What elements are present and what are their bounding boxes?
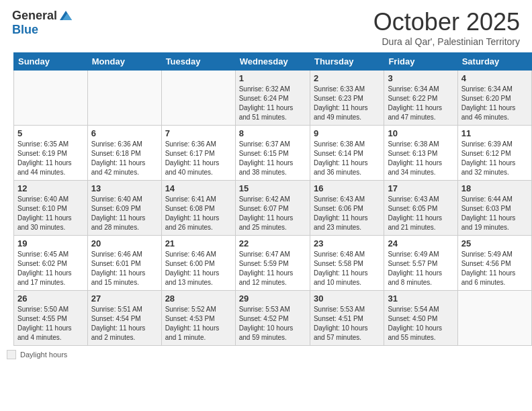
day-cell: 4Sunrise: 6:34 AM Sunset: 6:20 PM Daylig… — [457, 71, 531, 126]
day-info: Sunrise: 6:37 AM Sunset: 6:15 PM Dayligh… — [239, 140, 306, 177]
legend-label: Daylight hours — [20, 351, 67, 359]
day-cell: 22Sunrise: 6:47 AM Sunset: 5:59 PM Dayli… — [235, 236, 310, 291]
day-number: 14 — [165, 183, 232, 193]
day-cell: 17Sunrise: 6:43 AM Sunset: 6:05 PM Dayli… — [384, 181, 457, 236]
day-number: 16 — [314, 183, 380, 193]
day-info: Sunrise: 6:38 AM Sunset: 6:13 PM Dayligh… — [388, 140, 453, 177]
day-number: 21 — [165, 238, 232, 248]
day-cell: 5Sunrise: 6:35 AM Sunset: 6:19 PM Daylig… — [14, 126, 88, 181]
logo: General Blue — [12, 8, 73, 37]
day-number: 8 — [239, 128, 306, 138]
day-info: Sunrise: 6:43 AM Sunset: 6:05 PM Dayligh… — [388, 195, 453, 232]
day-info: Sunrise: 6:33 AM Sunset: 6:23 PM Dayligh… — [314, 85, 380, 122]
day-info: Sunrise: 5:51 AM Sunset: 4:54 PM Dayligh… — [91, 305, 158, 342]
day-cell: 14Sunrise: 6:41 AM Sunset: 6:08 PM Dayli… — [161, 181, 235, 236]
day-cell: 1Sunrise: 6:32 AM Sunset: 6:24 PM Daylig… — [235, 71, 310, 126]
day-number: 22 — [239, 238, 306, 248]
day-info: Sunrise: 6:42 AM Sunset: 6:07 PM Dayligh… — [239, 195, 306, 232]
day-cell: 8Sunrise: 6:37 AM Sunset: 6:15 PM Daylig… — [235, 126, 310, 181]
day-cell: 10Sunrise: 6:38 AM Sunset: 6:13 PM Dayli… — [384, 126, 457, 181]
day-number: 25 — [461, 238, 528, 248]
day-info: Sunrise: 5:52 AM Sunset: 4:53 PM Dayligh… — [165, 305, 232, 342]
legend: Daylight hours — [0, 346, 532, 363]
week-row-5: 26Sunrise: 5:50 AM Sunset: 4:55 PM Dayli… — [14, 291, 532, 346]
day-cell: 15Sunrise: 6:42 AM Sunset: 6:07 PM Dayli… — [235, 181, 310, 236]
calendar-body: 1Sunrise: 6:32 AM Sunset: 6:24 PM Daylig… — [14, 71, 532, 346]
day-header-sunday: Sunday — [14, 53, 88, 71]
day-cell: 11Sunrise: 6:39 AM Sunset: 6:12 PM Dayli… — [457, 126, 531, 181]
day-info: Sunrise: 6:36 AM Sunset: 6:17 PM Dayligh… — [165, 140, 232, 177]
day-number: 29 — [239, 293, 306, 304]
day-cell: 3Sunrise: 6:34 AM Sunset: 6:22 PM Daylig… — [384, 71, 457, 126]
day-number: 28 — [165, 293, 232, 304]
day-cell: 27Sunrise: 5:51 AM Sunset: 4:54 PM Dayli… — [87, 291, 161, 346]
day-cell — [14, 71, 88, 126]
week-row-3: 12Sunrise: 6:40 AM Sunset: 6:10 PM Dayli… — [14, 181, 532, 236]
week-row-4: 19Sunrise: 6:45 AM Sunset: 6:02 PM Dayli… — [14, 236, 532, 291]
day-cell: 16Sunrise: 6:43 AM Sunset: 6:06 PM Dayli… — [310, 181, 384, 236]
day-info: Sunrise: 6:43 AM Sunset: 6:06 PM Dayligh… — [314, 195, 380, 232]
day-number: 24 — [388, 238, 453, 248]
day-number: 10 — [388, 128, 453, 138]
day-info: Sunrise: 6:48 AM Sunset: 5:58 PM Dayligh… — [314, 250, 380, 287]
day-info: Sunrise: 6:40 AM Sunset: 6:10 PM Dayligh… — [17, 195, 84, 232]
day-header-wednesday: Wednesday — [235, 53, 310, 71]
day-number: 17 — [388, 183, 453, 193]
day-cell: 6Sunrise: 6:36 AM Sunset: 6:18 PM Daylig… — [87, 126, 161, 181]
day-info: Sunrise: 6:36 AM Sunset: 6:18 PM Dayligh… — [91, 140, 158, 177]
day-cell: 2Sunrise: 6:33 AM Sunset: 6:23 PM Daylig… — [310, 71, 384, 126]
month-title: October 2025 — [373, 8, 520, 36]
day-cell: 28Sunrise: 5:52 AM Sunset: 4:53 PM Dayli… — [161, 291, 235, 346]
day-info: Sunrise: 6:38 AM Sunset: 6:14 PM Dayligh… — [314, 140, 380, 177]
day-cell: 7Sunrise: 6:36 AM Sunset: 6:17 PM Daylig… — [161, 126, 235, 181]
day-cell: 20Sunrise: 6:46 AM Sunset: 6:01 PM Dayli… — [87, 236, 161, 291]
calendar-wrapper: SundayMondayTuesdayWednesdayThursdayFrid… — [0, 52, 532, 346]
week-row-2: 5Sunrise: 6:35 AM Sunset: 6:19 PM Daylig… — [14, 126, 532, 181]
day-cell — [457, 291, 531, 346]
day-header-saturday: Saturday — [457, 53, 531, 71]
day-number: 2 — [314, 73, 380, 83]
day-cell: 25Sunrise: 5:49 AM Sunset: 4:56 PM Dayli… — [457, 236, 531, 291]
day-number: 19 — [17, 238, 84, 248]
title-section: October 2025 Dura al Qar', Palestinian T… — [373, 8, 520, 47]
day-number: 7 — [165, 128, 232, 138]
legend-box — [7, 350, 16, 359]
day-cell: 26Sunrise: 5:50 AM Sunset: 4:55 PM Dayli… — [14, 291, 88, 346]
day-number: 27 — [91, 293, 158, 304]
day-cell: 31Sunrise: 5:54 AM Sunset: 4:50 PM Dayli… — [384, 291, 457, 346]
day-cell: 12Sunrise: 6:40 AM Sunset: 6:10 PM Dayli… — [14, 181, 88, 236]
day-header-monday: Monday — [87, 53, 161, 71]
day-cell: 24Sunrise: 6:49 AM Sunset: 5:57 PM Dayli… — [384, 236, 457, 291]
calendar-header-row: SundayMondayTuesdayWednesdayThursdayFrid… — [14, 53, 532, 71]
day-info: Sunrise: 6:45 AM Sunset: 6:02 PM Dayligh… — [17, 250, 84, 287]
logo-icon — [58, 8, 73, 23]
week-row-1: 1Sunrise: 6:32 AM Sunset: 6:24 PM Daylig… — [14, 71, 532, 126]
day-number: 20 — [91, 238, 158, 248]
calendar-table: SundayMondayTuesdayWednesdayThursdayFrid… — [13, 52, 532, 346]
day-number: 1 — [239, 73, 306, 83]
day-info: Sunrise: 6:47 AM Sunset: 5:59 PM Dayligh… — [239, 250, 306, 287]
day-cell: 18Sunrise: 6:44 AM Sunset: 6:03 PM Dayli… — [457, 181, 531, 236]
day-number: 31 — [388, 293, 453, 304]
day-number: 12 — [17, 183, 84, 193]
day-header-friday: Friday — [384, 53, 457, 71]
day-header-thursday: Thursday — [310, 53, 384, 71]
day-info: Sunrise: 5:53 AM Sunset: 4:51 PM Dayligh… — [314, 305, 380, 342]
day-cell: 23Sunrise: 6:48 AM Sunset: 5:58 PM Dayli… — [310, 236, 384, 291]
day-number: 15 — [239, 183, 306, 193]
day-info: Sunrise: 6:32 AM Sunset: 6:24 PM Dayligh… — [239, 85, 306, 122]
day-info: Sunrise: 6:34 AM Sunset: 6:20 PM Dayligh… — [461, 85, 528, 122]
day-number: 11 — [461, 128, 528, 138]
day-info: Sunrise: 5:53 AM Sunset: 4:52 PM Dayligh… — [239, 305, 306, 342]
day-info: Sunrise: 6:49 AM Sunset: 5:57 PM Dayligh… — [388, 250, 453, 287]
day-number: 26 — [17, 293, 84, 304]
logo-general: General — [12, 9, 57, 23]
day-cell — [87, 71, 161, 126]
day-info: Sunrise: 5:50 AM Sunset: 4:55 PM Dayligh… — [17, 305, 84, 342]
day-cell: 30Sunrise: 5:53 AM Sunset: 4:51 PM Dayli… — [310, 291, 384, 346]
day-info: Sunrise: 6:46 AM Sunset: 6:01 PM Dayligh… — [91, 250, 158, 287]
day-number: 30 — [314, 293, 380, 304]
day-info: Sunrise: 6:46 AM Sunset: 6:00 PM Dayligh… — [165, 250, 232, 287]
day-cell: 19Sunrise: 6:45 AM Sunset: 6:02 PM Dayli… — [14, 236, 88, 291]
day-number: 4 — [461, 73, 528, 83]
